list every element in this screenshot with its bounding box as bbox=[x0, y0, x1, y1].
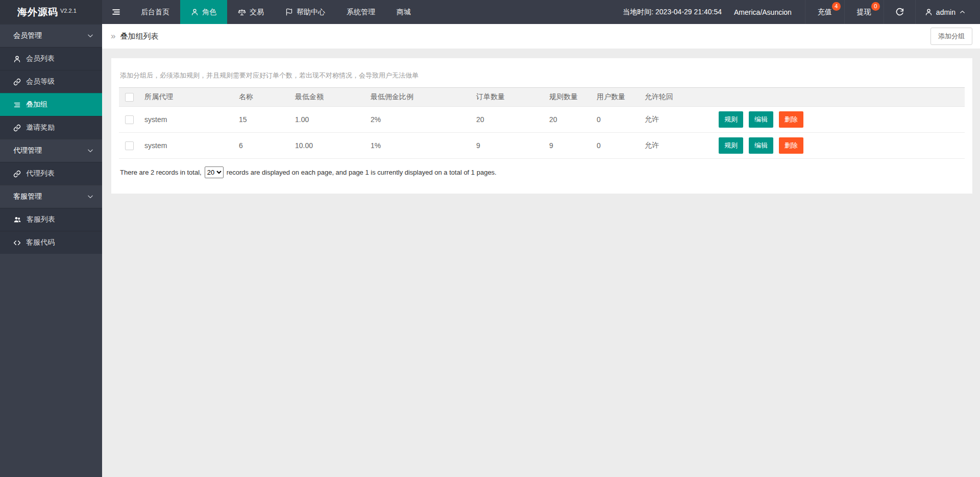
top-navbar: 海外源码 V2.2.1 后台首页 角色 交易 帮助中心 系统管理 商城 当地时间… bbox=[0, 0, 980, 24]
cell-min-amount: 10.00 bbox=[290, 133, 365, 159]
app-version: V2.2.1 bbox=[60, 8, 77, 14]
cell-agent: system bbox=[139, 107, 234, 133]
table-row: system 15 1.00 2% 20 20 0 允许 规则 编辑 删除 bbox=[119, 107, 965, 133]
chevron-up-icon bbox=[959, 9, 966, 15]
sidebar-item-service-list[interactable]: 客服列表 bbox=[0, 208, 102, 231]
sidebar-section-label: 会员管理 bbox=[13, 31, 42, 40]
edit-button[interactable]: 编辑 bbox=[749, 111, 773, 128]
chevron-down-icon bbox=[87, 147, 94, 154]
delete-button[interactable]: 删除 bbox=[779, 111, 803, 128]
col-header-orders: 订单数量 bbox=[471, 88, 544, 107]
pagination-prefix: There are 2 records in total, bbox=[120, 169, 202, 176]
hamburger-menu-icon[interactable] bbox=[102, 0, 130, 24]
nav-item-mall[interactable]: 商城 bbox=[386, 0, 422, 24]
link-icon bbox=[13, 170, 21, 178]
sidebar-item-invite-reward[interactable]: 邀请奖励 bbox=[0, 116, 102, 139]
double-chevron-icon: » bbox=[111, 31, 115, 41]
recharge-label: 充值 bbox=[818, 8, 832, 17]
sidebar-item-label: 客服列表 bbox=[27, 215, 55, 224]
sidebar-item-label: 叠加组 bbox=[26, 100, 47, 109]
cell-orders: 9 bbox=[471, 133, 544, 159]
sidebar-section-agent-mgmt[interactable]: 代理管理 bbox=[0, 139, 102, 162]
sidebar: 会员管理 会员列表 会员等级 叠加组 邀请奖励 代理管理 bbox=[0, 24, 102, 477]
hint-text: 添加分组后，必须添加规则，并且规则需要对应好订单个数，若出现不对称情况，会导致用… bbox=[120, 71, 965, 80]
sidebar-section-member-mgmt[interactable]: 会员管理 bbox=[0, 24, 102, 47]
nav-item-label: 系统管理 bbox=[347, 8, 375, 17]
sidebar-item-member-level[interactable]: 会员等级 bbox=[0, 70, 102, 93]
main-content: » 叠加组列表 添加分组 添加分组后，必须添加规则，并且规则需要对应好订单个数，… bbox=[102, 24, 980, 477]
nav-item-system[interactable]: 系统管理 bbox=[336, 0, 386, 24]
sidebar-item-agent-list[interactable]: 代理列表 bbox=[0, 162, 102, 185]
scales-icon bbox=[238, 8, 246, 16]
nav-item-dashboard[interactable]: 后台首页 bbox=[130, 0, 180, 24]
rule-button[interactable]: 规则 bbox=[719, 137, 743, 154]
nav-item-help-center[interactable]: 帮助中心 bbox=[275, 0, 336, 24]
row-checkbox[interactable] bbox=[125, 115, 134, 124]
users-icon bbox=[13, 216, 21, 224]
cell-min-commission: 2% bbox=[365, 107, 471, 133]
col-header-agent: 所属代理 bbox=[139, 88, 234, 107]
withdraw-label: 提现 bbox=[857, 8, 871, 17]
add-group-button[interactable]: 添加分组 bbox=[930, 28, 972, 45]
nav-item-label: 角色 bbox=[202, 8, 216, 17]
col-header-recycle: 允许轮回 bbox=[640, 88, 714, 107]
sidebar-item-label: 会员列表 bbox=[26, 54, 55, 63]
cell-recycle: 允许 bbox=[640, 107, 714, 133]
app-logo: 海外源码 V2.2.1 bbox=[0, 0, 102, 24]
select-all-checkbox[interactable] bbox=[125, 93, 134, 102]
recharge-badge: 4 bbox=[832, 2, 841, 11]
withdraw-button[interactable]: 提现 0 bbox=[844, 0, 884, 24]
nav-item-label: 帮助中心 bbox=[297, 8, 325, 17]
sidebar-item-stack-group[interactable]: 叠加组 bbox=[0, 93, 102, 116]
breadcrumb-bar: » 叠加组列表 添加分组 bbox=[102, 24, 980, 49]
navbar-right: 当地时间: 2023-04-29 21:40:54 America/Asunci… bbox=[616, 0, 980, 24]
sidebar-item-label: 会员等级 bbox=[26, 77, 55, 86]
edit-button[interactable]: 编辑 bbox=[749, 137, 773, 154]
cell-agent: system bbox=[139, 133, 234, 159]
person-icon bbox=[13, 55, 21, 63]
link-icon bbox=[13, 78, 21, 86]
chevron-down-icon bbox=[87, 32, 94, 39]
cell-name: 6 bbox=[234, 133, 290, 159]
cell-orders: 20 bbox=[471, 107, 544, 133]
nav-item-trade[interactable]: 交易 bbox=[227, 0, 275, 24]
sidebar-item-label: 客服代码 bbox=[26, 238, 55, 247]
user-menu[interactable]: admin bbox=[915, 0, 980, 24]
nav-item-label: 商城 bbox=[397, 8, 411, 17]
local-time: 当地时间: 2023-04-29 21:40:54 bbox=[616, 0, 729, 24]
pagination-bar: There are 2 records in total, 20 records… bbox=[120, 166, 965, 178]
cell-users: 0 bbox=[592, 107, 640, 133]
recharge-button[interactable]: 充值 4 bbox=[805, 0, 844, 24]
refresh-icon[interactable] bbox=[884, 0, 915, 24]
sidebar-item-label: 代理列表 bbox=[26, 169, 55, 178]
page-title: 叠加组列表 bbox=[120, 32, 158, 41]
sidebar-section-label: 代理管理 bbox=[13, 146, 42, 155]
link-icon bbox=[13, 124, 21, 132]
code-icon bbox=[13, 239, 21, 247]
cell-recycle: 允许 bbox=[640, 133, 714, 159]
cell-min-commission: 1% bbox=[365, 133, 471, 159]
sidebar-item-member-list[interactable]: 会员列表 bbox=[0, 47, 102, 70]
nav-item-label: 交易 bbox=[250, 8, 264, 17]
rule-button[interactable]: 规则 bbox=[719, 111, 743, 128]
person-icon bbox=[925, 8, 933, 16]
delete-button[interactable]: 删除 bbox=[779, 137, 803, 154]
cell-name: 15 bbox=[234, 107, 290, 133]
list-icon bbox=[13, 101, 21, 109]
chevron-down-icon bbox=[87, 193, 94, 200]
col-header-users: 用户数量 bbox=[592, 88, 640, 107]
col-header-name: 名称 bbox=[234, 88, 290, 107]
cell-rules: 20 bbox=[544, 107, 592, 133]
pagination-suffix: records are displayed on each page, and … bbox=[227, 169, 497, 176]
row-checkbox[interactable] bbox=[125, 141, 134, 150]
page-size-select[interactable]: 20 bbox=[205, 166, 224, 178]
flag-icon bbox=[285, 8, 293, 16]
nav-item-roles[interactable]: 角色 bbox=[180, 0, 227, 24]
sidebar-section-label: 客服管理 bbox=[13, 192, 42, 201]
stack-group-table: 所属代理 名称 最低金额 最低佣金比例 订单数量 规则数量 用户数量 允许轮回 … bbox=[119, 87, 965, 159]
nav-item-label: 后台首页 bbox=[141, 8, 169, 17]
col-header-actions bbox=[714, 88, 965, 107]
sidebar-item-service-code[interactable]: 客服代码 bbox=[0, 231, 102, 254]
sidebar-section-service-mgmt[interactable]: 客服管理 bbox=[0, 185, 102, 208]
sidebar-item-label: 邀请奖励 bbox=[26, 123, 55, 132]
